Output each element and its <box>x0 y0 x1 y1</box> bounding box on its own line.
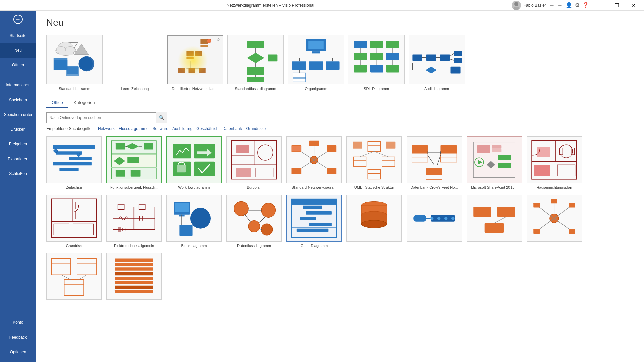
grid-thumb-bottom-3 <box>467 195 522 242</box>
svg-rect-259 <box>115 267 153 271</box>
forward-nav-icon[interactable]: → <box>557 2 563 8</box>
svg-rect-85 <box>53 162 92 166</box>
grid-card-bottom-3[interactable] <box>467 195 522 248</box>
grid-card-bottom-2[interactable] <box>407 195 462 248</box>
sidebar-item-optionen[interactable]: Optionen <box>0 345 36 359</box>
sidebar-label-schliessen: Schließen <box>9 171 27 176</box>
grid-card-bottom-4[interactable] <box>527 195 582 248</box>
search-tag-flussd[interactable]: Flussdiagramme <box>119 126 149 131</box>
sidebar-bottom: Konto Feedback Optionen <box>0 315 36 362</box>
grid-card-standard-netzwerk[interactable]: Standard-Netzwerkdiagra... <box>286 136 342 190</box>
sidebar-item-startseite[interactable]: Startseite <box>0 28 36 43</box>
svg-rect-258 <box>115 263 153 266</box>
template-thumb-organigramm <box>288 35 344 84</box>
grid-thumb-datenfluss <box>226 195 282 242</box>
template-card-standard[interactable]: Standarddiagramm <box>46 35 103 91</box>
svg-rect-263 <box>115 286 153 289</box>
sidebar-item-informationen[interactable]: Informationen <box>0 78 36 93</box>
grid-thumb-datenbank-crow <box>407 136 462 183</box>
template-card-standardfluss[interactable]: Standardfluss- diagramm <box>227 35 284 91</box>
template-thumb-netzwerk-detail: ☆ <box>167 35 223 84</box>
grid-card-uml-statisch[interactable]: UML - Statische Struktur <box>346 136 402 190</box>
svg-rect-13 <box>59 51 73 55</box>
template-card-netzwerk-detail[interactable]: ☆ Detailliertes Netzwerkdiag.... <box>167 35 223 91</box>
svg-rect-106 <box>177 165 186 173</box>
template-card-leer[interactable]: Leere Zeichnung <box>107 35 163 91</box>
close-button[interactable]: ✕ <box>626 0 641 11</box>
svg-marker-156 <box>487 161 495 169</box>
sidebar-item-freigeben[interactable]: Freigeben <box>0 137 36 152</box>
search-button[interactable]: 🔍 <box>156 112 167 123</box>
grid-card-datenfluss[interactable]: Datenflussdiagramm <box>226 195 282 248</box>
grid-card-bottom-6[interactable] <box>106 253 162 301</box>
svg-rect-234 <box>497 207 515 217</box>
sidebar-label-konto: Konto <box>13 320 23 325</box>
template-card-organigramm[interactable]: Organigramm <box>288 35 344 91</box>
sidebar-item-schliessen[interactable]: Schließen <box>0 166 36 181</box>
tab-office[interactable]: Office <box>46 98 68 108</box>
back-nav-icon[interactable]: ← <box>549 2 555 8</box>
search-tag-software[interactable]: Software <box>153 126 168 131</box>
svg-rect-48 <box>309 61 323 70</box>
search-input[interactable] <box>47 115 156 120</box>
svg-rect-58 <box>386 53 399 60</box>
back-button[interactable]: ← <box>0 11 36 28</box>
svg-line-237 <box>494 217 506 223</box>
grid-card-elektrotechnik[interactable]: Elektrotechnik allgemein <box>106 195 162 248</box>
sidebar-item-konto[interactable]: Konto <box>0 315 36 330</box>
svg-point-204 <box>261 224 273 235</box>
minimize-button[interactable]: — <box>592 0 608 11</box>
svg-line-241 <box>537 218 554 231</box>
search-tag-geschaeftlich[interactable]: Geschäftlich <box>196 126 218 131</box>
svg-rect-158 <box>498 163 511 168</box>
sidebar-item-offnen[interactable]: Öffnen <box>0 58 36 72</box>
svg-rect-57 <box>370 53 383 60</box>
svg-rect-244 <box>533 203 540 207</box>
grid-card-blockdiagramm[interactable]: Blockdiagramm <box>166 195 222 248</box>
svg-rect-139 <box>386 142 396 149</box>
grid-card-bottom-1[interactable] <box>346 195 402 248</box>
svg-rect-30 <box>247 41 264 48</box>
grid-card-grundriss[interactable]: Grundriss <box>46 195 102 248</box>
sidebar-item-speichern[interactable]: Speichern <box>0 93 36 107</box>
account-icon[interactable]: 👤 <box>566 2 572 8</box>
grid-label-datenbank-crow: Datenbank-Crow's Feet-No... <box>407 185 462 190</box>
grid-card-zeitachse[interactable]: Zeitachse <box>46 136 102 190</box>
sidebar-item-drucken[interactable]: Drucken <box>0 122 36 137</box>
grid-card-hauseinrichtung[interactable]: Hauseinrichtungsplan <box>527 136 582 190</box>
maximize-button[interactable]: ❐ <box>609 0 625 11</box>
svg-rect-168 <box>534 165 550 176</box>
grid-card-buroplan[interactable]: Büroplan <box>226 136 282 190</box>
grid-card-funktionsuebergreif[interactable]: Funktionsübergreif. Flussdi... <box>106 136 162 190</box>
grid-label-uml-statisch: UML - Statische Struktur <box>346 185 402 190</box>
svg-marker-14 <box>74 44 89 54</box>
svg-line-76 <box>450 59 454 60</box>
tab-kategorien[interactable]: Kategorien <box>68 98 100 108</box>
svg-rect-160 <box>492 145 502 149</box>
help-icon[interactable]: ❓ <box>582 2 589 8</box>
svg-rect-82 <box>53 145 95 149</box>
grid-card-workflow[interactable]: Workflowdiagramm <box>166 136 222 190</box>
svg-rect-98 <box>131 170 141 177</box>
sidebar-item-neu[interactable]: Neu <box>0 43 36 58</box>
sidebar-item-speichern-unter[interactable]: Speichern unter <box>0 107 36 122</box>
settings-icon[interactable]: ⚙ <box>575 2 580 8</box>
svg-rect-145 <box>441 158 457 162</box>
grid-card-gantt[interactable]: Gantt-Diagramm <box>286 195 342 248</box>
search-tag-netzwerk[interactable]: Netzwerk <box>98 126 115 131</box>
sidebar-label-speichern: Speichern <box>9 98 27 102</box>
search-tag-ausbildung[interactable]: Ausbildung <box>172 126 192 131</box>
svg-rect-61 <box>386 65 399 73</box>
grid-thumb-gantt <box>286 195 342 242</box>
search-box[interactable]: 🔍 <box>46 112 167 123</box>
grid-card-bottom-5[interactable] <box>46 253 102 301</box>
sidebar-item-feedback[interactable]: Feedback <box>0 330 36 345</box>
svg-line-136 <box>374 152 389 157</box>
template-card-audit[interactable]: Auditdiagramm <box>409 35 465 91</box>
sidebar-item-exportieren[interactable]: Exportieren <box>0 152 36 166</box>
search-tag-datenbank[interactable]: Datenbank <box>222 126 242 131</box>
search-tag-grundrisse[interactable]: Grundrisse <box>246 126 266 131</box>
grid-card-datenbank-crow[interactable]: Datenbank-Crow's Feet-No... <box>407 136 462 190</box>
template-card-sdl[interactable]: SDL-Diagramm <box>348 35 405 91</box>
grid-card-sharepoint[interactable]: Microsoft SharePoint 2013... <box>467 136 522 190</box>
